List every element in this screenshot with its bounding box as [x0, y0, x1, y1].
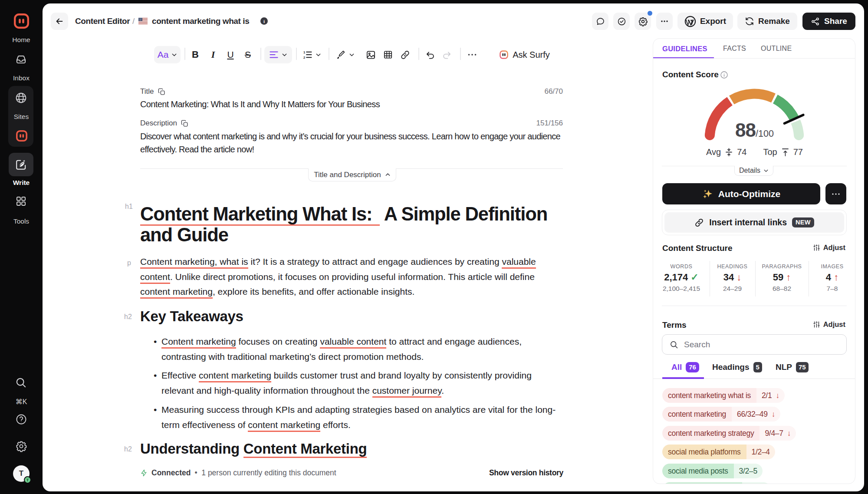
svg-text:2: 2	[303, 56, 305, 59]
svg-text:1: 1	[303, 50, 306, 54]
